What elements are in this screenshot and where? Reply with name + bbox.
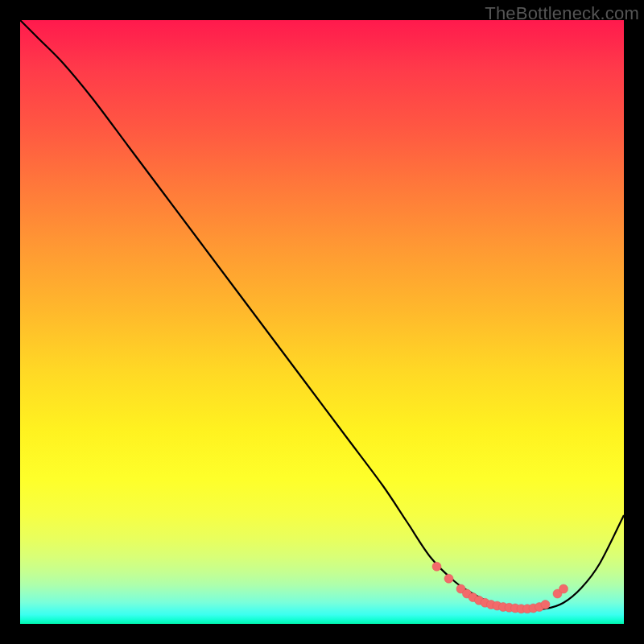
marker-point [444,574,453,583]
chart-svg [20,20,624,624]
curve-line [20,20,624,609]
marker-point [541,601,550,609]
marker-point [432,562,441,571]
marker-point [559,584,568,593]
watermark-text: TheBottleneck.com [485,3,639,24]
chart-frame [20,20,624,624]
curve-markers [432,562,568,613]
